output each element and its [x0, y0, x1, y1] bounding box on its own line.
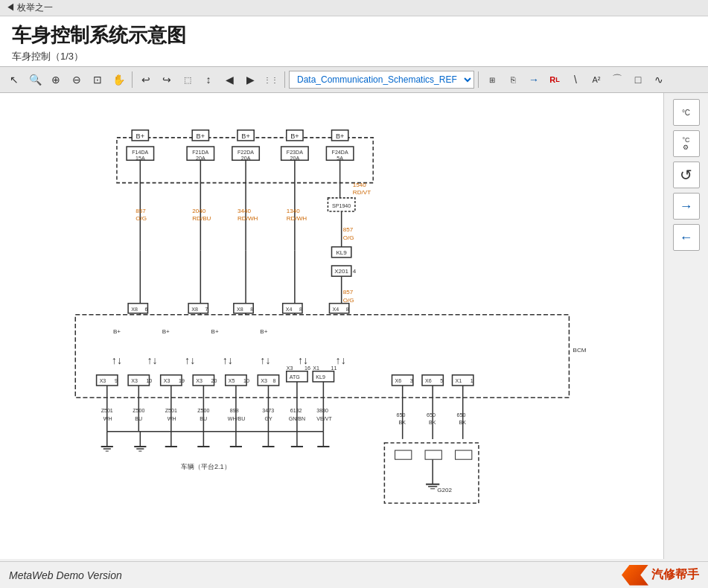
svg-text:BK: BK [399, 420, 406, 426]
svg-text:X201: X201 [334, 268, 348, 275]
svg-text:↑↓: ↑↓ [185, 354, 195, 366]
svg-text:9: 9 [115, 378, 118, 384]
svg-text:BU: BU [135, 416, 142, 422]
zoom-out-btn[interactable]: ⊖ [67, 70, 86, 89]
rotate-btn[interactable]: ↕ [199, 70, 218, 89]
svg-text:Z500: Z500 [133, 408, 144, 414]
svg-text:6132: 6132 [290, 408, 302, 414]
svg-text:7: 7 [205, 307, 208, 313]
svg-text:BK: BK [429, 420, 436, 426]
svg-rect-159 [395, 450, 412, 459]
svg-text:KL9: KL9 [336, 249, 347, 256]
back-btn[interactable]: ↩ [136, 70, 156, 89]
wave-btn[interactable]: ∿ [649, 70, 669, 89]
svg-text:车辆（平台2.1）: 车辆（平台2.1） [181, 463, 231, 470]
toolbar: ↖ 🔍 ⊕ ⊖ ⊡ ✋ ↩ ↪ ⬚ ↕ ◀ ▶ ⋮⋮ Data_Communic… [0, 66, 708, 93]
select-tool-btn[interactable]: ↖ [4, 70, 24, 89]
svg-text:B+: B+ [162, 328, 170, 335]
svg-text:5: 5 [440, 378, 443, 384]
schematic-diagram: B+ B+ B+ B+ B+ F14DA 15A F21DA 20A F22DA… [0, 93, 663, 559]
svg-text:650: 650 [397, 412, 406, 418]
svg-text:X3: X3 [261, 378, 267, 384]
svg-rect-160 [425, 450, 441, 459]
brand-name: 汽修帮手 [651, 567, 699, 583]
svg-text:B+: B+ [113, 328, 121, 335]
brand-icon [622, 565, 648, 586]
subtitle: 车身控制（1/3） [12, 50, 696, 63]
svg-text:3830: 3830 [316, 408, 328, 414]
svg-text:WH: WH [103, 416, 112, 422]
navigate-left-btn[interactable]: ← [673, 224, 700, 251]
text-btn[interactable]: A² [587, 70, 606, 89]
svg-text:X3: X3 [131, 378, 138, 384]
svg-text:857: 857 [343, 226, 354, 233]
celsius-settings-btn[interactable]: °C⚙ [673, 130, 700, 157]
svg-rect-0 [0, 100, 663, 552]
navigate-right-btn[interactable]: → [673, 193, 700, 220]
svg-text:8: 8 [273, 378, 276, 384]
separator-1 [132, 71, 133, 88]
copy-btn[interactable]: ⎘ [503, 70, 523, 89]
svg-text:B+: B+ [241, 132, 249, 140]
svg-text:↑↓: ↑↓ [336, 354, 346, 366]
svg-text:20: 20 [211, 378, 217, 384]
arrow-btn[interactable]: → [524, 70, 543, 89]
svg-text:19: 19 [179, 378, 185, 384]
svg-text:650: 650 [457, 412, 466, 418]
svg-text:X6: X6 [395, 378, 402, 384]
zoom-in-btn[interactable]: ⊕ [46, 70, 66, 89]
grid-btn[interactable]: ⋮⋮ [261, 70, 281, 89]
svg-text:857: 857 [135, 208, 146, 214]
shape-btn[interactable]: ⌒ [607, 70, 627, 89]
svg-text:KL9: KL9 [316, 374, 325, 380]
svg-text:8: 8 [250, 307, 253, 313]
celsius-btn[interactable]: °C [673, 99, 700, 126]
forward-btn[interactable]: ↪ [157, 70, 176, 89]
svg-text:O/G: O/G [343, 234, 354, 241]
schematic-canvas[interactable]: B+ B+ B+ B+ B+ F14DA 15A F21DA 20A F22DA… [0, 93, 663, 559]
nav-next-btn[interactable]: ▶ [240, 70, 260, 89]
svg-text:Z501: Z501 [101, 408, 113, 414]
svg-text:O/G: O/G [135, 215, 147, 222]
fit-btn[interactable]: ⬚ [178, 70, 197, 89]
svg-text:F22DA: F22DA [237, 150, 254, 156]
breadcrumb-bar: ◀ 枚举之一 [0, 0, 708, 16]
svg-text:B+: B+ [260, 328, 267, 335]
search-btn[interactable]: 🔍 [25, 70, 45, 89]
brand-logo: 汽修帮手 [622, 565, 699, 586]
separator-3 [478, 71, 479, 88]
svg-text:B+: B+ [336, 132, 344, 140]
svg-text:X3: X3 [164, 378, 170, 384]
svg-text:1540: 1540 [353, 182, 367, 188]
page-title: 车身控制系统示意图 [12, 22, 696, 48]
schematic-dropdown[interactable]: Data_Communication_Schematics_REF [289, 71, 474, 89]
nav-prev-btn[interactable]: ◀ [220, 70, 239, 89]
table-btn[interactable]: ⊞ [482, 70, 502, 89]
svg-text:GN/BN: GN/BN [289, 416, 305, 422]
svg-text:BK: BK [459, 420, 467, 426]
svg-text:BU: BU [200, 416, 207, 422]
rl-btn[interactable]: RL [545, 70, 564, 89]
svg-text:VE/VT: VE/VT [316, 416, 332, 422]
rect-btn[interactable]: □ [628, 70, 648, 89]
svg-text:857: 857 [343, 289, 354, 295]
svg-text:↑↓: ↑↓ [260, 354, 270, 366]
zoom-fit-btn[interactable]: ⊡ [88, 70, 107, 89]
bottom-bar: MetaWeb Demo Version 汽修帮手 [0, 561, 708, 588]
pan-btn[interactable]: ✋ [109, 70, 128, 89]
breadcrumb-text: ◀ 枚举之一 [6, 1, 53, 14]
svg-text:RD/BU: RD/BU [192, 215, 211, 222]
svg-text:F24DA: F24DA [332, 150, 348, 156]
svg-text:X8: X8 [191, 307, 198, 313]
svg-text:X1: X1 [313, 365, 319, 371]
svg-text:X3: X3 [196, 378, 202, 384]
svg-text:8: 8 [346, 307, 349, 313]
diag-btn[interactable]: \ [566, 70, 585, 89]
svg-text:Z501: Z501 [165, 408, 177, 414]
svg-text:WH/BU: WH/BU [228, 416, 246, 422]
rotate-arrow-btn[interactable]: ↺ [673, 162, 700, 188]
svg-text:WH: WH [168, 416, 176, 422]
svg-text:X8: X8 [131, 307, 138, 313]
svg-text:F21DA: F21DA [192, 150, 208, 156]
svg-text:2040: 2040 [192, 208, 206, 214]
